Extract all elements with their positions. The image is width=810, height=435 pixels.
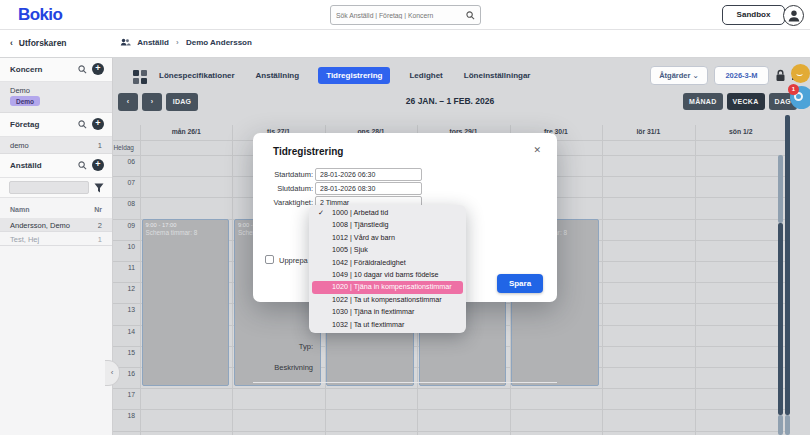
employee-nr: 1 [98,235,102,244]
tab-lönespecifikationer[interactable]: Lönespecifikationer [157,67,237,84]
add-anstalld-button[interactable]: + [92,159,104,171]
hour-label-18: 18 [111,412,135,419]
day-header-sön-1-2: sön 1/2 [695,128,787,135]
type-option-1022[interactable]: 1022 | Ta ut kompensationstimmar [309,294,466,306]
employee-list: Andersson, Demo2Test, Hej1 [0,218,112,246]
search-icon[interactable] [78,161,87,170]
hour-line [113,431,787,432]
koncern-badge: Demo [10,96,40,106]
today-button[interactable]: IDAG [166,93,198,111]
foretag-item-count: 1 [98,141,102,150]
person-icon [785,7,803,25]
calendar-scrollbar-thumb[interactable] [778,223,783,415]
modal-footer-divider [253,382,557,383]
sidebar-collapse-handle[interactable]: ‹ [105,360,120,386]
view-vecka-button[interactable]: VECKA [727,93,765,110]
feedback-widget-button[interactable] [791,64,810,83]
type-option-1012[interactable]: 1012 | Vård av barn [309,232,466,244]
foretag-item-demo[interactable]: demo 1 [0,137,112,154]
field-row-startdatum-: Startdatum: [253,168,557,182]
type-option-1030[interactable]: 1030 | Tjäna in flextimmar [309,306,466,318]
type-option-1005[interactable]: 1005 | Sjuk [309,244,466,256]
startdatum-input[interactable] [315,168,422,181]
tab-anställning[interactable]: Anställning [254,67,302,84]
allday-label: Heldag [110,144,134,151]
hour-label-07: 07 [111,179,135,186]
next-week-button[interactable]: › [142,93,162,111]
grid-view-icon[interactable] [133,70,147,84]
event-label: Schema timmar: 8 [146,229,225,236]
hour-label-08: 08 [111,200,135,207]
back-to-explorer[interactable]: ‹Utforskaren [10,38,67,48]
lock-icon [775,69,786,82]
type-option-1000[interactable]: 1000 | Arbetad tid✓ [309,207,466,219]
employee-row-andersson-demo[interactable]: Andersson, Demo2 [0,218,112,232]
type-option-1049[interactable]: 1049 | 10 dagar vid barns födelse (timma… [309,269,466,281]
hour-line [113,388,787,389]
employee-filter-row [0,178,112,198]
breadcrumb-separator: › [176,38,179,47]
hour-label-17: 17 [111,391,135,398]
page-scrollbar-thumb[interactable] [785,115,790,415]
people-icon [120,38,131,46]
actions-dropdown-button[interactable]: Åtgärder ⌄ [650,66,708,85]
check-icon: ✓ [318,207,324,219]
save-button[interactable]: Spara [497,274,543,293]
tab-löneinställningar[interactable]: Löneinställningar [462,67,533,84]
employee-filter-input[interactable] [9,181,89,194]
koncern-title: Koncern [10,65,42,74]
page-header: ‹Utforskaren Anställd › Demo Andersson Å… [0,30,810,58]
breadcrumb-section[interactable]: Anställd [137,38,169,47]
type-option-1008[interactable]: 1008 | Tjänstledig [309,219,466,231]
foretag-item-label: demo [10,141,29,150]
foretag-section-header: Företag + [0,113,112,137]
employee-row-test-hej[interactable]: Test, Hej1 [0,232,112,246]
filter-icon[interactable] [94,183,104,193]
repeat-checkbox[interactable] [265,255,274,264]
view-månad-button[interactable]: MÅNAD [683,93,723,110]
col-namn: Namn [10,206,29,213]
calendar-scrollbar-track-bottom [778,415,783,435]
tab-tidregistrering[interactable]: Tidregistrering [318,67,390,84]
hour-label-15: 15 [111,349,135,356]
app-window: Bokio Sandbox ‹Utforskaren Anställd › De… [0,0,810,435]
repeat-label: Upprepa [279,256,308,265]
hour-label-09: 09 [111,222,135,229]
global-search-input[interactable] [336,7,464,23]
hour-label-13: 13 [111,306,135,313]
add-foretag-button[interactable]: + [92,118,104,130]
global-search[interactable] [330,5,481,25]
type-option-1032[interactable]: 1032 | Ta ut flextimmar [309,319,466,331]
sandbox-button[interactable]: Sandbox [722,5,785,25]
anstalld-section-header: Anställd + [0,154,112,178]
prev-week-button[interactable]: ‹ [118,93,138,111]
view-switcher: MÅNADVECKADAG [683,93,797,110]
type-option-1042[interactable]: 1042 | Föräldraledighet [309,257,466,269]
hour-label-10: 10 [111,243,135,250]
search-icon[interactable] [78,120,87,129]
type-dropdown-menu: 1000 | Arbetad tid✓1008 | Tjänstledig101… [309,205,466,333]
slutdatum-input[interactable] [315,182,422,195]
search-icon [466,11,475,20]
employee-name: Andersson, Demo [10,221,70,230]
user-avatar[interactable] [783,5,804,26]
varaktighet-label: Varaktighet: [261,198,313,207]
calendar-scrollbar-track[interactable] [778,155,783,223]
smiley-icon [795,70,804,76]
search-icon[interactable] [78,65,87,74]
type-option-1020[interactable]: 1020 | Tjäna in kompensationstimmar [312,281,463,293]
slutdatum-label: Slutdatum: [261,184,313,193]
close-icon[interactable]: ✕ [533,145,541,155]
hour-label-06: 06 [111,158,135,165]
tab-ledighet[interactable]: Ledighet [407,67,444,84]
period-button[interactable]: 2026-3-M [714,66,769,85]
page-scrollbar-track-bottom [785,415,790,435]
bokio-logo[interactable]: Bokio [18,5,62,25]
add-koncern-button[interactable]: + [92,63,104,75]
day-header-lör-31-1: lör 31/1 [602,128,694,135]
anstalld-title: Anställd [10,161,42,170]
schedule-event[interactable]: 9:00 - 17:00Schema timmar: 8 [142,219,229,386]
koncern-item-demo[interactable]: Demo Demo [0,82,112,113]
employee-name: Test, Hej [10,235,39,244]
modal-title: Tidregistrering [273,146,343,157]
